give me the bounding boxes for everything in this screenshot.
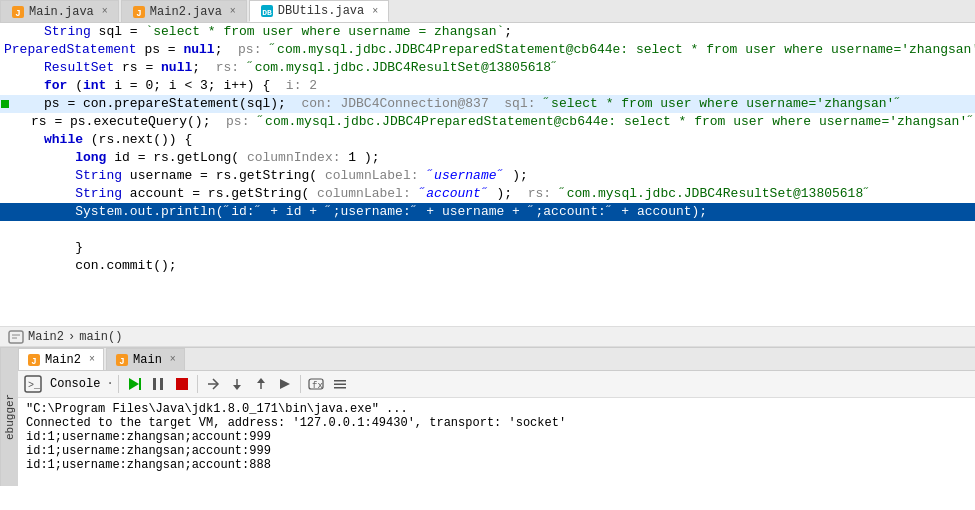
breadcrumb: Main2 › main() <box>0 326 975 347</box>
svg-text:J: J <box>136 9 141 19</box>
breadcrumb-class: Main2 <box>28 330 64 344</box>
console-line-5: id:1;username:zhangsan;account:888 <box>26 458 967 472</box>
tab-main-java-label: Main.java <box>29 5 94 19</box>
code-line-empty <box>0 221 975 239</box>
console-line-1: "C:\Program Files\Java\jdk1.8.0_171\bin\… <box>26 402 967 416</box>
code-line-brace: } <box>0 239 975 257</box>
tab-main-java-close[interactable]: × <box>102 6 108 17</box>
console-pipe: · <box>106 377 113 391</box>
bottom-tab-main2-close[interactable]: × <box>89 354 95 365</box>
tab-bar: J Main.java × J Main2.java × DB DBUtils.… <box>0 0 975 23</box>
tab-main2-java-close[interactable]: × <box>230 6 236 17</box>
db-icon: DB <box>260 4 274 18</box>
step-into-button[interactable] <box>226 373 248 395</box>
code-line-sql: String sql = `select * from user where u… <box>0 23 975 41</box>
svg-marker-21 <box>233 385 241 390</box>
svg-text:J: J <box>15 9 20 19</box>
java-icon-bottom: J <box>27 353 41 367</box>
main-window: J Main.java × J Main2.java × DB DBUtils.… <box>0 0 975 510</box>
toolbar-sep-2 <box>197 375 198 393</box>
tab-dbutils-java-close[interactable]: × <box>372 6 378 17</box>
code-line-username: String username = rs.getString( columnLa… <box>0 167 975 185</box>
svg-rect-16 <box>139 378 141 390</box>
bottom-panel: ebugger J Main2 × J Main × <box>0 347 975 510</box>
svg-rect-17 <box>153 378 156 390</box>
toolbar-sep-1 <box>118 375 119 393</box>
class-icon <box>8 329 24 345</box>
code-line-rs: ResultSet rs = null; rs: ˝com.mysql.jdbc… <box>0 59 975 77</box>
svg-rect-28 <box>334 387 346 389</box>
svg-marker-23 <box>280 379 290 389</box>
svg-rect-19 <box>176 378 188 390</box>
svg-text:fx: fx <box>312 381 323 391</box>
step-over-button[interactable] <box>202 373 224 395</box>
bottom-tab-main-label: Main <box>133 353 162 367</box>
toolbar-sep-3 <box>300 375 301 393</box>
code-line-while: while (rs.next()) { <box>0 131 975 149</box>
bottom-tab-main[interactable]: J Main × <box>106 348 185 370</box>
settings-button[interactable] <box>329 373 351 395</box>
svg-text:>_: >_ <box>28 380 41 391</box>
tab-main-java[interactable]: J Main.java × <box>0 0 119 22</box>
svg-rect-27 <box>334 384 346 386</box>
console-toolbar: >_ Console · <box>18 371 975 398</box>
console-line-4: id:1;username:zhangsan;account:999 <box>26 444 967 458</box>
evaluate-button[interactable]: fx <box>305 373 327 395</box>
code-line-println: System.out.println(˝id:˝ + id + ˝;userna… <box>0 203 975 221</box>
console-line-3: id:1;username:zhangsan;account:999 <box>26 430 967 444</box>
debugger-label: ebugger <box>0 348 18 486</box>
stop-button[interactable] <box>171 373 193 395</box>
svg-text:DB: DB <box>262 8 272 17</box>
step-out-button[interactable] <box>250 373 272 395</box>
breadcrumb-sep: › <box>68 330 75 344</box>
code-content: String sql = `select * from user where u… <box>0 23 975 275</box>
svg-rect-26 <box>334 380 346 382</box>
code-line-for: for (int i = 0; i < 3; i++) { i: 2 <box>0 77 975 95</box>
console-output: "C:\Program Files\Java\jdk1.8.0_171\bin\… <box>18 398 975 486</box>
bottom-tab-main2[interactable]: J Main2 × <box>18 348 104 370</box>
console-icon: >_ <box>22 373 44 395</box>
console-container: J Main2 × J Main × >_ Console <box>18 348 975 486</box>
tab-dbutils-java-label: DBUtils.java <box>278 4 364 18</box>
code-line-ps: PreparedStatement ps = null; ps: ˝com.my… <box>0 41 975 59</box>
bottom-tab-main-close[interactable]: × <box>170 354 176 365</box>
tab-main2-java[interactable]: J Main2.java × <box>121 0 247 22</box>
java-icon-bottom2: J <box>115 353 129 367</box>
svg-marker-22 <box>257 378 265 383</box>
svg-rect-6 <box>9 331 23 343</box>
code-line-commit: con.commit(); <box>0 257 975 275</box>
code-line-rs2: rs = ps.executeQuery(); ps: ˝com.mysql.j… <box>0 113 975 131</box>
tab-dbutils-java[interactable]: DB DBUtils.java × <box>249 0 389 22</box>
pause-button[interactable] <box>147 373 169 395</box>
tab-main2-java-label: Main2.java <box>150 5 222 19</box>
svg-marker-15 <box>129 378 139 390</box>
console-label: Console <box>46 377 104 391</box>
java-icon-2: J <box>132 5 146 19</box>
editor-area: String sql = `select * from user where u… <box>0 23 975 326</box>
resume-button[interactable] <box>123 373 145 395</box>
java-icon: J <box>11 5 25 19</box>
run-to-cursor-button[interactable] <box>274 373 296 395</box>
svg-text:J: J <box>31 357 36 367</box>
exec-marker <box>1 100 9 108</box>
code-line-ps2: ps = con.prepareStatement(sql); con: JDB… <box>0 95 975 113</box>
code-line-account: String account = rs.getString( columnLab… <box>0 185 975 203</box>
bottom-tabs: J Main2 × J Main × <box>18 348 975 371</box>
bottom-tab-main2-label: Main2 <box>45 353 81 367</box>
svg-rect-18 <box>160 378 163 390</box>
bottom-main: ebugger J Main2 × J Main × <box>0 348 975 486</box>
code-line-id: long id = rs.getLong( columnIndex: 1 ); <box>0 149 975 167</box>
breadcrumb-method: main() <box>79 330 122 344</box>
console-line-2: Connected to the target VM, address: '12… <box>26 416 967 430</box>
svg-text:J: J <box>119 357 124 367</box>
